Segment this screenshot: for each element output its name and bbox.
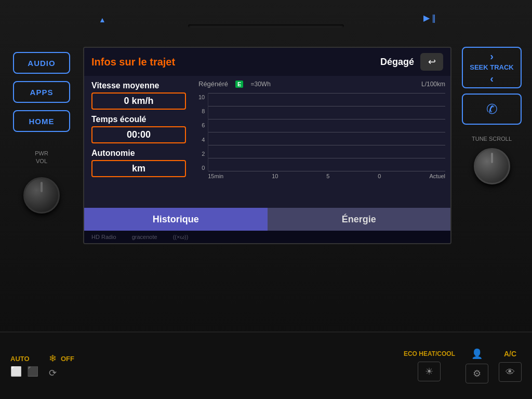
screen-title: Infos sur le trajet: [91, 56, 374, 68]
eco-icon: ☀: [425, 366, 433, 377]
climate-right: ECO HEAT/COOL ☀ 👤 ⚙ A/C 👁: [404, 348, 522, 383]
person-icon: 👤: [471, 348, 483, 360]
tab-energie[interactable]: Énergie: [268, 208, 451, 231]
gracenote-label: gracenote: [132, 234, 157, 240]
seek-track-button[interactable]: › SEEK TRACK ‹: [462, 47, 522, 88]
person-button[interactable]: ⚙: [466, 364, 488, 383]
xm-label: ((×ω)): [173, 234, 189, 240]
defrost-front-icon: ⬜: [10, 366, 22, 377]
speed-value: 0 km/h: [91, 92, 186, 110]
y-label-2: 2: [198, 151, 205, 157]
y-label-6: 6: [198, 122, 205, 128]
screen-bottom-labels: HD Radio gracenote ((×ω)): [84, 231, 450, 243]
home-button[interactable]: HOME: [13, 110, 70, 132]
play-pause-button[interactable]: ▶ ‖: [423, 13, 436, 23]
l100km-label: L/100km: [421, 81, 445, 88]
x-label-5: 5: [326, 173, 329, 179]
x-label-0: 0: [378, 173, 381, 179]
person-setting-icon: ⚙: [473, 368, 481, 379]
back-button[interactable]: ↩: [420, 53, 443, 71]
screen-header: Infos sur le trajet Dégagé ↩: [84, 48, 450, 76]
recirculate-icon: ⟳: [49, 367, 57, 379]
energy-value: =30Wh: [250, 81, 270, 88]
y-label-10: 10: [198, 94, 205, 100]
fan-icon: ❄: [49, 353, 57, 364]
eco-label: ECO HEAT/COOL: [404, 350, 455, 357]
chart-header: Régénéré E =30Wh L/100km: [198, 80, 445, 88]
right-sidebar: › SEEK TRACK ‹ ✆ TUNE SCROLL: [451, 42, 532, 190]
tune-knob[interactable]: [474, 148, 510, 184]
cd-slot: [188, 24, 344, 28]
range-label: Autonomie: [91, 149, 186, 158]
y-label-8: 8: [198, 108, 205, 114]
seek-forward-arrow: ›: [490, 50, 494, 62]
chart-area: Régénéré E =30Wh L/100km 10 8 6 4: [193, 76, 450, 208]
road-condition: Dégagé: [380, 57, 414, 68]
seek-track-label: SEEK TRACK: [470, 63, 514, 72]
ac-label: A/C: [504, 350, 516, 358]
x-label-actuel: Actuel: [429, 173, 445, 179]
screen-content: Vitesse moyenne 0 km/h Temps écoulé 00:0…: [84, 76, 450, 208]
fan-off-label: OFF: [61, 355, 74, 363]
eject-button[interactable]: ▲: [99, 16, 106, 24]
audio-button[interactable]: AUDIO: [13, 52, 70, 74]
y-label-0: 0: [198, 165, 205, 171]
climate-panel: AUTO ⬜ ⬛ ❄ OFF ⟳ ECO HEAT/COOL ☀: [0, 331, 532, 399]
volume-knob[interactable]: [23, 177, 60, 214]
time-stat: Temps écoulé 00:00: [91, 115, 186, 143]
pwr-vol-label: PWRVOL: [35, 150, 48, 166]
apps-button[interactable]: APPS: [13, 81, 70, 103]
defrost-rear-icon: ⬛: [27, 366, 38, 377]
range-stat: Autonomie km: [91, 149, 186, 177]
x-label-15min: 15min: [208, 173, 223, 179]
car-panel: ▲ ▶ ‖ AUDIO APPS HOME PWRVOL Infos sur l…: [0, 0, 532, 399]
left-sidebar: AUDIO APPS HOME PWRVOL: [0, 42, 83, 224]
energy-badge: E: [235, 81, 243, 88]
range-value: km: [91, 160, 186, 177]
eco-button[interactable]: ☀: [418, 362, 441, 381]
time-value: 00:00: [91, 126, 186, 143]
eye-button[interactable]: 👁: [499, 362, 522, 382]
main-row: AUDIO APPS HOME PWRVOL Infos sur le traj…: [0, 42, 532, 331]
regenere-label: Régénéré: [198, 80, 228, 88]
y-label-4: 4: [198, 137, 205, 143]
tune-scroll-label: TUNE SCROLL: [472, 135, 512, 143]
speed-stat: Vitesse moyenne 0 km/h: [91, 81, 186, 110]
bottom-tabs: Historique Énergie: [84, 208, 450, 231]
phone-button[interactable]: ✆: [462, 94, 522, 125]
seek-back-arrow: ‹: [490, 73, 494, 85]
x-label-10: 10: [272, 173, 278, 179]
auto-button[interactable]: AUTO: [10, 355, 30, 363]
stats-panel: Vitesse moyenne 0 km/h Temps écoulé 00:0…: [84, 76, 193, 208]
center-screen: Infos sur le trajet Dégagé ↩ Vitesse moy…: [83, 47, 451, 244]
time-label: Temps écoulé: [91, 115, 186, 124]
hd-radio-label: HD Radio: [91, 234, 116, 240]
eye-icon: 👁: [506, 367, 515, 378]
tab-historique[interactable]: Historique: [84, 208, 268, 231]
top-area: ▲ ▶ ‖: [0, 0, 532, 42]
speed-label: Vitesse moyenne: [91, 81, 186, 90]
climate-left: AUTO ⬜ ⬛ ❄ OFF ⟳: [10, 353, 393, 379]
